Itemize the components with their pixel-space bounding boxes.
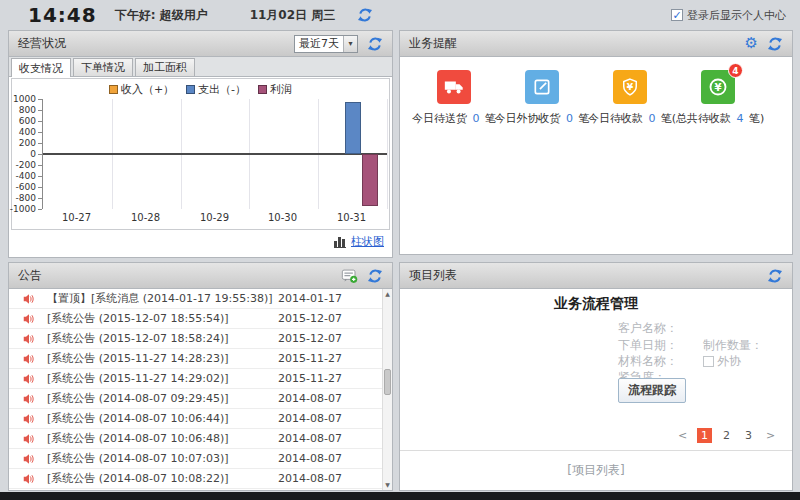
announcement-row[interactable]: [系统公告 (2014-08-07 10:06:44)]2014-08-07: [9, 409, 392, 429]
speaker-icon: [23, 473, 35, 485]
announcement-row[interactable]: [系统公告 (2015-11-27 14:29:02)]2015-11-27: [9, 369, 392, 389]
tab-orders[interactable]: 下单情况: [73, 58, 133, 76]
announcement-row[interactable]: [系统公告 (2015-12-07 18:55:54)]2015-12-07: [9, 309, 392, 329]
reminder-tile-label: 今日待收款 0 笔: [588, 111, 672, 126]
bottom-bar: [0, 492, 800, 500]
chart-plot-area: [42, 99, 386, 209]
next-page-button[interactable]: >: [763, 428, 778, 443]
speaker-icon: [23, 313, 35, 325]
speaker-icon: [23, 373, 35, 385]
announcement-text: [系统公告 (2014-08-07 10:06:44)]: [47, 411, 229, 426]
topbar: 14:48 下午好: 超级用户 11月02日 周三 ✓ 登录后显示个人中心: [0, 0, 800, 30]
reminder-tile[interactable]: ¥: [613, 70, 647, 104]
y-axis-label: -200: [16, 160, 36, 170]
date-range-value: 最近7天: [295, 36, 343, 51]
bar-chart: 收入（+）支出（-）利润 -1000-800-600-400-200020040…: [11, 78, 390, 230]
yen-shield-icon: ¥: [620, 77, 640, 97]
process-track-button[interactable]: 流程跟踪: [618, 378, 686, 403]
speaker-icon: [23, 353, 35, 365]
y-axis-label: 0: [30, 149, 36, 159]
new-message-icon[interactable]: [341, 268, 358, 284]
outsource-field: 外协: [703, 353, 741, 370]
announcement-date: 2014-01-17: [278, 292, 342, 305]
reminder-tile[interactable]: [437, 70, 471, 104]
announcement-list: 【置顶】[系统消息 (2014-01-17 19:55:38)]2014-01-…: [9, 289, 392, 490]
tab-processing-area[interactable]: 加工面积: [135, 58, 195, 76]
svg-text:¥: ¥: [627, 81, 634, 92]
x-axis-label: 10-28: [111, 212, 180, 223]
form-title: 业务流程管理: [400, 295, 792, 313]
pagination: < 1 2 3 >: [675, 428, 778, 443]
bar-chart-icon: [334, 236, 347, 248]
refresh-icon[interactable]: [767, 36, 783, 52]
tab-income-expense[interactable]: 收支情况: [11, 58, 71, 77]
speaker-icon: [23, 333, 35, 345]
announcement-date: 2015-11-27: [278, 372, 342, 385]
page-button-2[interactable]: 2: [719, 428, 734, 443]
quantity-label: 制作数量：: [703, 337, 763, 354]
announcement-date: 2015-11-27: [278, 352, 342, 365]
status-tabs: 收支情况 下单情况 加工面积: [9, 57, 392, 77]
chart-bar: [362, 154, 378, 206]
announcement-text: [系统公告 (2014-08-07 10:08:22)]: [47, 471, 229, 486]
page-button-1[interactable]: 1: [697, 428, 712, 443]
announcement-row[interactable]: [系统公告 (2015-12-07 18:58:24)]2015-12-07: [9, 329, 392, 349]
gear-icon[interactable]: ⚙: [745, 36, 758, 51]
y-axis-label: 600: [19, 116, 36, 126]
y-axis-label: 400: [19, 127, 36, 137]
reminder-tile[interactable]: ¥4: [701, 70, 735, 104]
announcement-text: [系统公告 (2014-08-07 10:07:03)]: [47, 451, 229, 466]
page-button-3[interactable]: 3: [741, 428, 756, 443]
y-axis-label: 1000: [13, 94, 36, 104]
business-status-header: 经营状况 最近7天 ▾: [9, 31, 392, 57]
yen-circle-icon: ¥: [707, 76, 729, 98]
announcement-row[interactable]: [系统公告 (2014-08-07 10:07:03)]2014-08-07: [9, 449, 392, 469]
chevron-down-icon[interactable]: ▾: [343, 36, 357, 52]
reminder-tile-item: 今日外协收货 0 笔: [498, 70, 586, 126]
announcement-row[interactable]: [系统公告 (2014-08-07 09:29:45)]2014-08-07: [9, 389, 392, 409]
personal-center-label: 登录后显示个人中心: [687, 8, 786, 23]
refresh-icon[interactable]: [767, 268, 783, 284]
reminder-tile-item: 今日待送货 0 笔: [410, 70, 498, 126]
personal-center-checkbox[interactable]: ✓: [671, 9, 683, 21]
scroll-down-icon[interactable]: ▼: [383, 480, 392, 490]
reminder-tile[interactable]: [525, 70, 559, 104]
announcement-row[interactable]: [系统公告 (2014-08-07 10:06:48)]2014-08-07: [9, 429, 392, 449]
prev-page-button[interactable]: <: [675, 428, 690, 443]
x-axis-label: 10-29: [180, 212, 249, 223]
x-axis-label: 10-30: [248, 212, 317, 223]
announcement-text: [系统公告 (2015-12-07 18:55:54)]: [47, 311, 229, 326]
outsource-checkbox[interactable]: [703, 356, 714, 367]
y-axis-label: 800: [19, 105, 36, 115]
chart-legend: 收入（+）支出（-）利润: [12, 82, 389, 97]
reminder-tile-item: ¥4(总共待收款 4 笔): [674, 70, 762, 126]
panel-title: 公告: [18, 267, 42, 284]
clock-time: 14:48: [28, 3, 97, 27]
legend-swatch: [109, 85, 118, 94]
announcement-row[interactable]: [系统公告 (2015-11-27 14:28:23)]2015-11-27: [9, 349, 392, 369]
reminder-tiles: 今日待送货 0 笔今日外协收货 0 笔¥今日待收款 0 笔¥4(总共待收款 4 …: [400, 57, 792, 126]
speaker-icon: [23, 413, 35, 425]
scroll-up-icon[interactable]: ▲: [383, 289, 392, 299]
legend-label: 收入（+）: [121, 82, 174, 97]
speaker-icon: [23, 393, 35, 405]
announcement-date: 2014-08-07: [278, 392, 342, 405]
business-status-panel: 经营状况 最近7天 ▾ 收支情况 下单情况 加工面积 收入（+）支出（-）利润 …: [8, 30, 393, 258]
chart-type-link[interactable]: 柱状图: [351, 234, 384, 249]
speaker-icon: [23, 293, 35, 305]
refresh-icon[interactable]: [367, 36, 383, 52]
announcement-text: [系统公告 (2015-11-27 14:29:02)]: [47, 371, 229, 386]
panel-title: 经营状况: [18, 35, 66, 52]
x-axis-label: 10-27: [42, 212, 111, 223]
speaker-icon: [23, 453, 35, 465]
refresh-icon[interactable]: [357, 7, 373, 23]
announcement-row[interactable]: 【置顶】[系统消息 (2014-01-17 19:55:38)]2014-01-…: [9, 289, 392, 309]
legend-item: 支出（-）: [186, 82, 246, 97]
announcement-row[interactable]: [系统公告 (2014-08-07 10:08:22)]2014-08-07: [9, 469, 392, 489]
announcement-date: 2015-12-07: [278, 332, 342, 345]
date-range-select[interactable]: 最近7天 ▾: [294, 35, 358, 53]
y-axis-labels: -1000-800-600-400-20002004006008001000: [12, 99, 39, 209]
scrollbar[interactable]: ▲ ▼: [382, 289, 392, 490]
refresh-icon[interactable]: [367, 268, 383, 284]
scroll-thumb[interactable]: [384, 369, 391, 395]
